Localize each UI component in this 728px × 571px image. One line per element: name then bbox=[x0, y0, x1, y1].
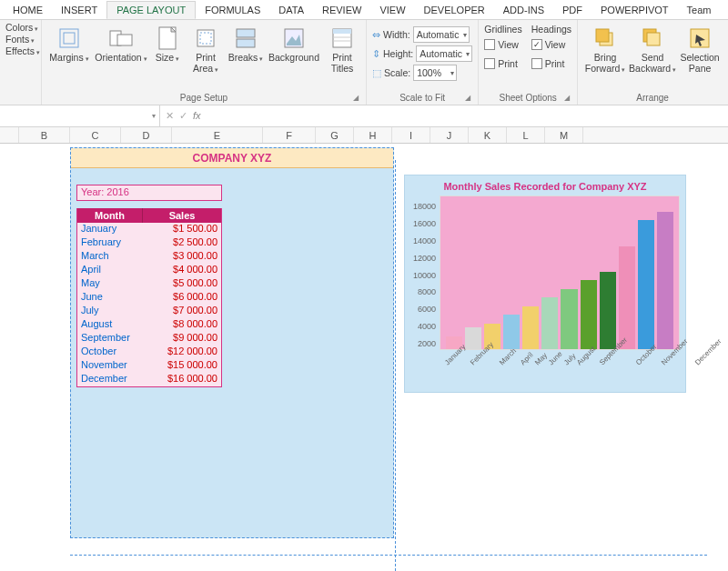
group-label-scale: Scale to Fit bbox=[399, 93, 445, 103]
selection-pane-button[interactable]: Selection Pane bbox=[678, 22, 722, 74]
table-row[interactable]: February$2 500.00 bbox=[77, 236, 221, 250]
gridlines-view-checkbox[interactable] bbox=[484, 39, 495, 50]
scale-label: Scale: bbox=[384, 67, 410, 78]
col-header-I[interactable]: I bbox=[392, 127, 430, 143]
col-header-C[interactable]: C bbox=[70, 127, 121, 143]
background-button[interactable]: Background bbox=[268, 22, 320, 64]
col-header-K[interactable]: K bbox=[469, 127, 507, 143]
cancel-formula-icon[interactable]: ✕ bbox=[166, 110, 174, 122]
table-row[interactable]: September$9 000.00 bbox=[77, 332, 221, 346]
send-backward-button[interactable]: Send Backward bbox=[631, 22, 674, 74]
tab-home[interactable]: HOME bbox=[4, 2, 52, 18]
svg-rect-17 bbox=[647, 33, 660, 45]
chart-x-axis: JanuaryFebruaryMarchAprilMayJuneJulyAugu… bbox=[440, 350, 680, 381]
print-page-area: COMPANY XYZ Year: 2016 Month Sales Janua… bbox=[70, 147, 394, 538]
table-row[interactable]: October$12 000.00 bbox=[77, 346, 221, 359]
selection-pane-icon bbox=[687, 25, 713, 51]
fonts-menu[interactable]: Fonts bbox=[5, 34, 40, 45]
chart-title: Monthly Sales Recorded for Company XYZ bbox=[410, 181, 680, 192]
group-scale-to-fit: ⇔ Width: Automatic ⇕ Height: Automatic ⬚… bbox=[367, 20, 479, 105]
page-setup-launcher-icon[interactable]: ◢ bbox=[351, 94, 360, 103]
svg-rect-3 bbox=[117, 35, 132, 45]
tab-team[interactable]: Team bbox=[678, 2, 721, 18]
gridlines-print-checkbox[interactable] bbox=[484, 58, 495, 69]
chart-monthly-sales[interactable]: Monthly Sales Recorded for Company XYZ 2… bbox=[404, 175, 686, 393]
group-label-page-setup: Page Setup bbox=[180, 93, 228, 103]
col-header-F[interactable]: F bbox=[263, 127, 316, 143]
tab-developer[interactable]: DEVELOPER bbox=[415, 2, 494, 18]
tab-data[interactable]: DATA bbox=[269, 2, 313, 18]
tab-pdf[interactable]: PDF bbox=[553, 2, 592, 18]
col-header-G[interactable]: G bbox=[316, 127, 354, 143]
width-icon: ⇔ bbox=[372, 29, 380, 40]
send-backward-icon bbox=[640, 25, 665, 51]
print-titles-button[interactable]: Print Titles bbox=[324, 22, 360, 74]
svg-rect-11 bbox=[333, 29, 351, 34]
col-header-J[interactable]: J bbox=[430, 127, 469, 143]
table-row[interactable]: November$15 000.00 bbox=[77, 359, 221, 373]
col-header-H[interactable]: H bbox=[354, 127, 392, 143]
page-break-vertical bbox=[395, 160, 396, 571]
sheet-options-launcher-icon[interactable]: ◢ bbox=[562, 94, 571, 103]
ribbon-tabs: HOMEINSERTPAGE LAYOUTFORMULASDATAREVIEWV… bbox=[0, 0, 728, 20]
headings-print-checkbox[interactable] bbox=[531, 58, 542, 69]
company-title: COMPANY XYZ bbox=[71, 148, 393, 168]
scale-launcher-icon[interactable]: ◢ bbox=[463, 94, 472, 103]
margins-button[interactable]: Margins bbox=[47, 22, 91, 64]
col-header-L[interactable]: L bbox=[507, 127, 545, 143]
gridlines-view-label: View bbox=[498, 39, 519, 50]
table-row[interactable]: December$16 000.00 bbox=[77, 373, 221, 386]
breaks-button[interactable]: Breaks bbox=[228, 22, 264, 64]
group-page-setup: Margins Orientation Size Print Area Brea… bbox=[42, 20, 367, 105]
height-combo[interactable]: Automatic bbox=[416, 45, 472, 62]
page-break-horizontal bbox=[70, 555, 707, 556]
enter-formula-icon[interactable]: ✓ bbox=[179, 110, 187, 122]
tab-review[interactable]: REVIEW bbox=[313, 2, 370, 18]
width-combo[interactable]: Automatic bbox=[413, 26, 470, 43]
svg-rect-8 bbox=[237, 39, 255, 47]
print-area-button[interactable]: Print Area bbox=[187, 22, 224, 74]
colors-menu[interactable]: Colors bbox=[5, 22, 40, 33]
insert-function-icon[interactable]: fx bbox=[193, 110, 201, 122]
table-row[interactable]: March$3 000.00 bbox=[77, 250, 221, 264]
col-header-M[interactable]: M bbox=[545, 127, 583, 143]
table-row[interactable]: May$5 000.00 bbox=[77, 277, 221, 291]
col-header-corner[interactable] bbox=[0, 127, 19, 143]
name-box[interactable] bbox=[0, 105, 160, 126]
orientation-button[interactable]: Orientation bbox=[95, 22, 147, 64]
headings-view-checkbox[interactable]: ✓ bbox=[531, 39, 542, 50]
chart-plot-area bbox=[440, 195, 680, 350]
tab-formulas[interactable]: FORMULAS bbox=[196, 2, 269, 18]
table-row[interactable]: April$4 000.00 bbox=[77, 264, 221, 277]
bring-forward-icon bbox=[592, 25, 618, 51]
bring-forward-button[interactable]: Bring Forward bbox=[583, 22, 627, 74]
headings-heading: Headings bbox=[531, 24, 571, 35]
svg-rect-1 bbox=[64, 33, 75, 44]
tab-insert[interactable]: INSERT bbox=[52, 2, 106, 18]
table-row[interactable]: July$7 000.00 bbox=[77, 305, 221, 318]
table-row[interactable]: January$1 500.00 bbox=[77, 223, 221, 236]
col-header-D[interactable]: D bbox=[121, 127, 172, 143]
chart-bar bbox=[465, 327, 481, 349]
group-label-arrange: Arrange bbox=[583, 91, 722, 105]
scale-spinner[interactable]: 100% bbox=[413, 65, 457, 81]
worksheet-grid[interactable]: BCDEFGHIJKLM COMPANY XYZ Year: 2016 Mont… bbox=[0, 127, 728, 571]
table-row[interactable]: August$8 000.00 bbox=[77, 318, 221, 332]
tab-powerpivot[interactable]: POWERPIVOT bbox=[592, 2, 678, 18]
tab-view[interactable]: VIEW bbox=[370, 2, 414, 18]
col-header-E[interactable]: E bbox=[172, 127, 263, 143]
formula-input[interactable] bbox=[207, 105, 728, 126]
year-cell[interactable]: Year: 2016 bbox=[76, 185, 222, 201]
svg-rect-7 bbox=[237, 29, 255, 37]
table-row[interactable]: June$6 000.00 bbox=[77, 291, 221, 305]
scale-icon: ⬚ bbox=[372, 67, 381, 78]
chart-bar bbox=[561, 289, 577, 349]
chart-bar bbox=[503, 315, 520, 349]
tab-page-layout[interactable]: PAGE LAYOUT bbox=[106, 1, 196, 19]
effects-menu[interactable]: Effects bbox=[5, 45, 40, 56]
col-header-B[interactable]: B bbox=[19, 127, 70, 143]
chart-bar bbox=[600, 272, 616, 349]
size-button[interactable]: Size bbox=[151, 22, 184, 64]
print-area-icon bbox=[193, 25, 218, 51]
tab-add-ins[interactable]: ADD-INS bbox=[494, 2, 553, 18]
